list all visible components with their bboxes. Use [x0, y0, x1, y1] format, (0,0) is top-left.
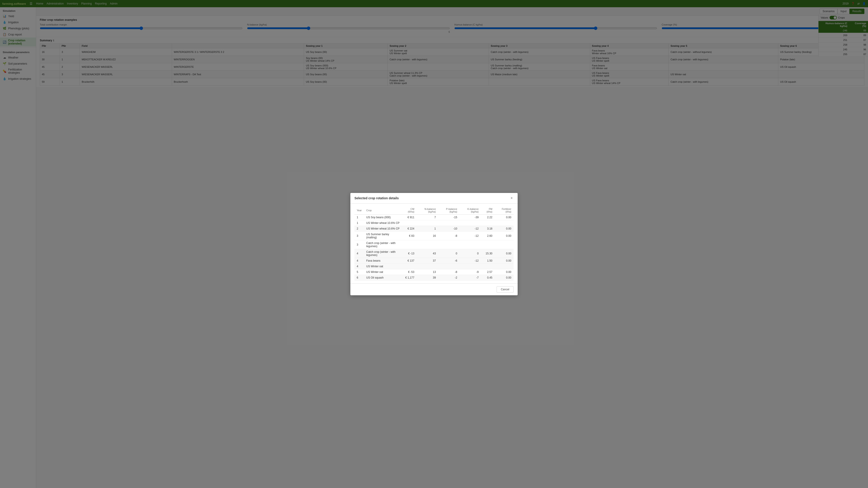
- modal-cell-3: 7: [416, 215, 438, 220]
- modal-cell-6: [481, 220, 495, 226]
- modal-cell-3: 43: [416, 249, 438, 258]
- modal-cell-1: US Winter oat: [364, 263, 402, 269]
- modal-cell-1: Fava beans: [364, 258, 402, 263]
- modal-cell-2: [402, 220, 416, 226]
- modal-cell-4: [438, 220, 460, 226]
- modal-cell-0: 4: [354, 258, 364, 263]
- modal-cell-4: [438, 263, 460, 269]
- modal-cell-7: [495, 220, 514, 226]
- modal-overlay[interactable]: Selected crop rotation details × Year Cr…: [0, 0, 868, 488]
- modal-cell-6: 1.50: [481, 258, 495, 263]
- modal-cell-0: 4: [354, 263, 364, 269]
- modal-table-row: 3US Summer barley (malting)€ 8316-8-122.…: [354, 231, 514, 240]
- modal-col-k: K-balance (kg/ha): [460, 206, 481, 215]
- modal-table-row: 4US Winter oat: [354, 263, 514, 269]
- modal-body: Year Crop CM (€/ha) N-balance (kg/ha) P-…: [350, 203, 518, 283]
- modal-cell-3: [416, 220, 438, 226]
- modal-cell-1: US Winter wheat 10.6% CP: [364, 226, 402, 231]
- modal-cell-6: 3.18: [481, 226, 495, 231]
- modal-cell-5: [460, 220, 481, 226]
- modal-cell-1: Catch crop (winter - with legumes): [364, 249, 402, 258]
- modal-cell-6: 2.22: [481, 215, 495, 220]
- modal-cell-2: € -53: [402, 269, 416, 275]
- modal-cell-1: US Soy beans (000): [364, 215, 402, 220]
- modal-cell-1: Catch crop (winter - with legumes): [364, 240, 402, 249]
- modal-col-crop: Crop: [364, 206, 402, 215]
- modal-cell-3: [416, 263, 438, 269]
- modal-table-row: 4Catch crop (winter - with legumes)€ -13…: [354, 249, 514, 258]
- modal-col-p: P-balance (kg/ha): [438, 206, 460, 215]
- modal-cell-7: 0.00: [495, 275, 514, 281]
- modal-cell-2: [402, 240, 416, 249]
- modal-cell-0: 5: [354, 269, 364, 275]
- modal-cell-7: 0.00: [495, 269, 514, 275]
- modal-table-row: 5US Winter oat€ -5313-8-92.570.00: [354, 269, 514, 275]
- modal-col-n: N-balance (kg/ha): [416, 206, 438, 215]
- modal-cell-1: US Oil squash: [364, 275, 402, 281]
- modal-cell-7: 0.00: [495, 249, 514, 258]
- modal-cell-7: 0.00: [495, 258, 514, 263]
- modal-col-fm: FM (t/ha): [481, 206, 495, 215]
- modal-cell-2: € 911: [402, 215, 416, 220]
- modal-table-row: 1US Winter wheat 10.6% CP: [354, 220, 514, 226]
- modal-cell-3: [416, 240, 438, 249]
- modal-cell-3: 16: [416, 231, 438, 240]
- modal-close-button[interactable]: ×: [510, 196, 514, 200]
- modal-dialog: Selected crop rotation details × Year Cr…: [350, 193, 518, 295]
- modal-cell-4: -6: [438, 258, 460, 263]
- modal-cell-4: -8: [438, 231, 460, 240]
- modal-cell-0: 4: [354, 249, 364, 258]
- modal-cell-5: -9: [460, 269, 481, 275]
- modal-cell-7: [495, 263, 514, 269]
- modal-table-row: 1US Soy beans (000)€ 9117-15-392.220.00: [354, 215, 514, 220]
- modal-cell-5: [460, 240, 481, 249]
- modal-cell-0: 1: [354, 215, 364, 220]
- modal-cell-4: -2: [438, 275, 460, 281]
- modal-cell-4: 0: [438, 249, 460, 258]
- modal-cell-1: US Summer barley (malting): [364, 231, 402, 240]
- modal-cell-1: US Winter oat: [364, 269, 402, 275]
- modal-col-year: Year: [354, 206, 364, 215]
- modal-cell-2: € 83: [402, 231, 416, 240]
- modal-cell-5: [460, 263, 481, 269]
- modal-footer: Cancel: [350, 283, 518, 295]
- modal-cell-0: 1: [354, 220, 364, 226]
- modal-cell-6: [481, 263, 495, 269]
- modal-cell-7: 0.00: [495, 231, 514, 240]
- modal-cell-2: € -13: [402, 249, 416, 258]
- modal-cell-6: 0.45: [481, 275, 495, 281]
- modal-cell-5: -7: [460, 275, 481, 281]
- modal-cell-6: 2.57: [481, 269, 495, 275]
- modal-cell-2: € 1,177: [402, 275, 416, 281]
- modal-cell-2: € 224: [402, 226, 416, 231]
- modal-cell-4: -10: [438, 226, 460, 231]
- modal-cell-5: -39: [460, 215, 481, 220]
- modal-cell-7: [495, 240, 514, 249]
- modal-cell-3: 39: [416, 275, 438, 281]
- modal-cell-4: [438, 240, 460, 249]
- modal-cell-5: -12: [460, 258, 481, 263]
- modal-cell-1: US Winter wheat 10.6% CP: [364, 220, 402, 226]
- modal-cell-5: -12: [460, 226, 481, 231]
- modal-table-row: 6US Oil squash€ 1,17739-2-70.450.00: [354, 275, 514, 281]
- modal-cell-2: € 137: [402, 258, 416, 263]
- modal-cell-7: 0.00: [495, 226, 514, 231]
- modal-table-row: 2US Winter wheat 10.6% CP€ 2241-10-123.1…: [354, 226, 514, 231]
- modal-header: Selected crop rotation details ×: [350, 193, 518, 203]
- modal-cell-6: 2.60: [481, 231, 495, 240]
- modal-cell-0: 3: [354, 240, 364, 249]
- modal-cell-3: 37: [416, 258, 438, 263]
- modal-cell-4: -8: [438, 269, 460, 275]
- modal-table-row: 3Catch crop (winter - with legumes): [354, 240, 514, 249]
- modal-title: Selected crop rotation details: [354, 196, 399, 200]
- modal-cell-6: [481, 240, 495, 249]
- modal-cell-0: 3: [354, 231, 364, 240]
- modal-table-row: 4Fava beans€ 13737-6-121.500.00: [354, 258, 514, 263]
- modal-header-row: Year Crop CM (€/ha) N-balance (kg/ha) P-…: [354, 206, 514, 215]
- modal-col-fert: Fertilizer (t/ha): [495, 206, 514, 215]
- modal-cell-5: -12: [460, 231, 481, 240]
- modal-cell-3: 13: [416, 269, 438, 275]
- modal-cell-4: -15: [438, 215, 460, 220]
- cancel-button[interactable]: Cancel: [497, 286, 514, 293]
- modal-table: Year Crop CM (€/ha) N-balance (kg/ha) P-…: [354, 206, 514, 281]
